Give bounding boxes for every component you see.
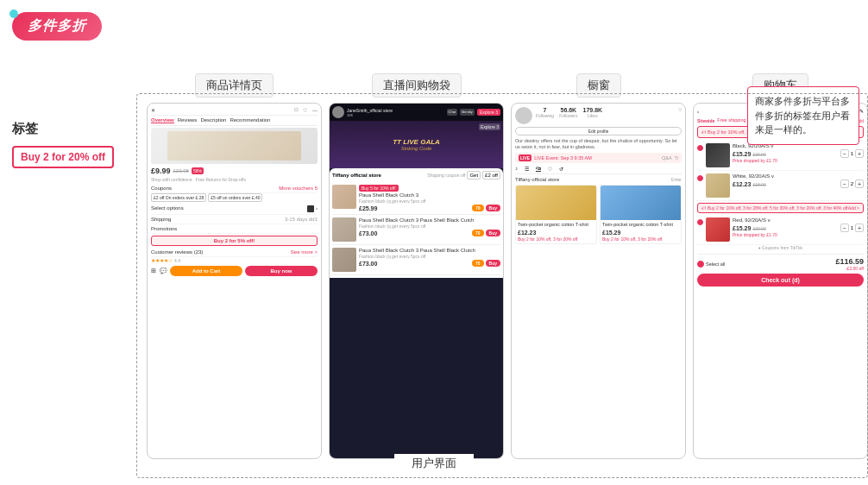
cart-item-1-qty: 1 <box>851 151 853 156</box>
cart-promo-add[interactable]: Add > <box>848 205 859 211</box>
cart-select-all-checkbox[interactable] <box>697 261 704 268</box>
cart-item-3-increase[interactable]: + <box>855 224 864 232</box>
pdp-shop-confidence: Shop with confidence Free Returns for Dr… <box>151 177 318 182</box>
live-explore-tag: Explore 3 <box>479 123 500 130</box>
cart-item-2-decrease[interactable]: − <box>840 180 849 188</box>
pdp-more-vouchers[interactable]: More vouchers 5 <box>279 186 318 191</box>
cart-item-3-qty-control[interactable]: − 1 + <box>840 224 864 232</box>
pdp-product-image <box>151 128 318 164</box>
live-item-3: Paua Shell Black Clutch 3 Paua Shell Bla… <box>332 245 500 275</box>
showcase-followers-label: Followers <box>559 113 577 118</box>
cart-item-1-decrease[interactable]: − <box>840 149 849 158</box>
pdp-add-to-cart-btn[interactable]: Add to Cart <box>170 266 242 276</box>
cart-item-2-qty-control[interactable]: − 2 + <box>840 180 864 188</box>
showcase-tab-shop[interactable]: 🛍 <box>536 166 541 172</box>
cart-item-2-old-price: £18.00 <box>752 182 765 187</box>
showcase-enter-btn[interactable]: Enter <box>671 177 682 182</box>
live-item-1-cart-btn[interactable]: 70 <box>472 205 484 211</box>
cart-coupons-note: ♦ Coupons from TikTok <box>697 245 864 250</box>
cart-item-3-price-drop: Price dropped by £1.70 <box>733 232 864 237</box>
cart-edit-icon[interactable]: ✎ <box>859 108 864 114</box>
cart-item-3-old-price: £20.00 <box>752 226 765 231</box>
live-item-2-image <box>332 217 356 242</box>
pdp-tab-recommendation[interactable]: Recommendation <box>230 117 270 123</box>
cart-item-1-old-price: £20.00 <box>752 152 765 157</box>
cart-item-2-increase[interactable]: + <box>855 180 864 188</box>
label-area: 标签 Buy 2 for 20% off <box>12 121 133 168</box>
cart-item-2-image <box>706 173 730 198</box>
cart-back-icon[interactable]: ‹ <box>697 109 699 114</box>
showcase-bookmark-icon: ♡ <box>678 107 682 112</box>
promo-badge-label: Buy 2 for 20% off <box>12 146 114 168</box>
live-item-2-name: Paua Shell Black Clutch 3 Paua Shell Bla… <box>359 217 500 223</box>
showcase-tab-heart[interactable]: ♡ <box>548 166 552 172</box>
title-text: 多件多折 <box>28 17 86 35</box>
showcase-product-2-price: £15.29 <box>601 230 681 236</box>
cart-item-2-name: White, 92/20A/S v <box>733 173 864 179</box>
pdp-title: 商品详情页 <box>195 73 274 98</box>
cart-discount: -£2.00 off <box>835 266 864 271</box>
pdp-bottom-icons: ⊞💬 <box>151 268 167 274</box>
note-box: 商家多件多折与平台多件多折的标签在用户看来是一样的。 <box>747 86 859 145</box>
live-store-label: Tiffany official store <box>332 173 381 178</box>
showcase-followers-count: 56.6K <box>559 107 577 113</box>
showcase-tab-icon1[interactable]: ♪ <box>515 166 518 172</box>
cart-item-3: Red, 92/20A/S v £15.29 £20.00 − 1 + <box>697 215 864 245</box>
showcase-likes-label: Likes <box>583 113 603 118</box>
cart-promo-banner[interactable]: 🏷 Buy 2 for 10% off, 3 for 28% off, 5 fo… <box>697 203 864 213</box>
live-item-3-buy-btn[interactable]: Buy <box>486 260 500 267</box>
pdp-promo-badge[interactable]: Buy 2 for 5% off! <box>151 236 318 246</box>
live-title: 直播间购物袋 <box>372 73 462 98</box>
live-item-2-cart-btn[interactable]: 70 <box>472 230 484 236</box>
live-identity-btn[interactable]: Identity <box>460 109 475 116</box>
pdp-tab-reviews[interactable]: Reviews <box>178 117 198 123</box>
live-item-1-buy-btn[interactable]: Buy <box>486 205 500 211</box>
showcase-tab-repost[interactable]: ↺ <box>559 166 563 172</box>
pdp-see-more[interactable]: See more > <box>291 249 318 255</box>
showcase-product-2-image <box>601 186 681 220</box>
live-chat-btn[interactable]: Chat <box>447 109 457 116</box>
showcase-qa[interactable]: Q&A <box>662 155 672 161</box>
cart-item-3-checkbox[interactable] <box>697 219 703 225</box>
cart-store-label: Sitewide <box>697 118 714 123</box>
title-dot <box>9 9 18 18</box>
cart-item-1-increase[interactable]: + <box>855 149 864 158</box>
cart-checkout-btn[interactable]: Check out (d) <box>697 274 864 287</box>
live-subtitle: Sinking Code <box>393 146 440 151</box>
pdp-price: £9.99 <box>151 167 171 175</box>
showcase-tab-icon2[interactable]: ☰ <box>525 166 529 172</box>
showcase-product-2: Twin-pocket organic cotton T-shirt £15.2… <box>600 185 682 244</box>
pdp-promotions-label: Promotions <box>151 226 177 231</box>
pdp-tab-overview[interactable]: Overview <box>151 117 174 123</box>
cart-item-1-qty-control[interactable]: − 1 + <box>840 149 864 158</box>
live-item-1-promo: Buy 5 for 10% off! <box>359 185 399 192</box>
pdp-tab-description[interactable]: Description <box>200 117 226 123</box>
live-coupon1[interactable]: Get <box>467 171 481 180</box>
cart-item-3-name: Red, 92/20A/S v <box>733 217 864 223</box>
cart-select-all-label[interactable]: Select all <box>706 261 725 267</box>
live-item-2-buy-btn[interactable]: Buy <box>486 230 500 236</box>
title-badge: 多件多折 <box>12 12 102 41</box>
live-frame: JaneSmith_official store 10K Chat Identi… <box>329 103 504 459</box>
pdp-frame: ✕ □♡⋯ Overview Reviews Description Recom… <box>147 103 322 459</box>
pdp-coupon2[interactable]: £5 off on orders over £.40 <box>208 193 262 202</box>
cart-item-2-checkbox[interactable] <box>697 175 703 181</box>
cart-promo-text: Buy 2 for 10% off, 3 for 28% off, 5 for … <box>708 205 847 211</box>
live-item-3-cart-btn[interactable]: 70 <box>472 260 484 267</box>
pdp-buy-now-btn[interactable]: Buy now <box>245 266 318 276</box>
live-avatar <box>332 106 344 118</box>
showcase-edit-profile-btn[interactable]: Edit profile <box>515 127 682 135</box>
cart-item-3-image <box>706 217 730 242</box>
live-video-area: TT LIVE GALA Sinking Code Explore 3 <box>330 121 503 168</box>
cart-item-3-decrease[interactable]: − <box>840 224 849 232</box>
live-section: 直播间购物袋 JaneSmith_official store 10K Chat… <box>329 73 504 459</box>
pdp-coupons-label: Coupons <box>151 186 172 191</box>
pdp-coupon1[interactable]: £2 off On orders over £.28 <box>151 193 206 202</box>
showcase-live-event: LIVE Event: Sep 3 9:35 AM <box>534 155 592 161</box>
live-coupon2[interactable]: £2 off <box>482 171 500 180</box>
cart-item-1-checkbox[interactable] <box>697 145 703 151</box>
showcase-tiktok[interactable]: Ti <box>675 155 678 161</box>
live-explore-btn[interactable]: Explore 3 <box>477 109 500 116</box>
cart-item-2-price: £12.23 <box>733 181 751 187</box>
pdp-select-options-label: Select options <box>151 205 184 212</box>
